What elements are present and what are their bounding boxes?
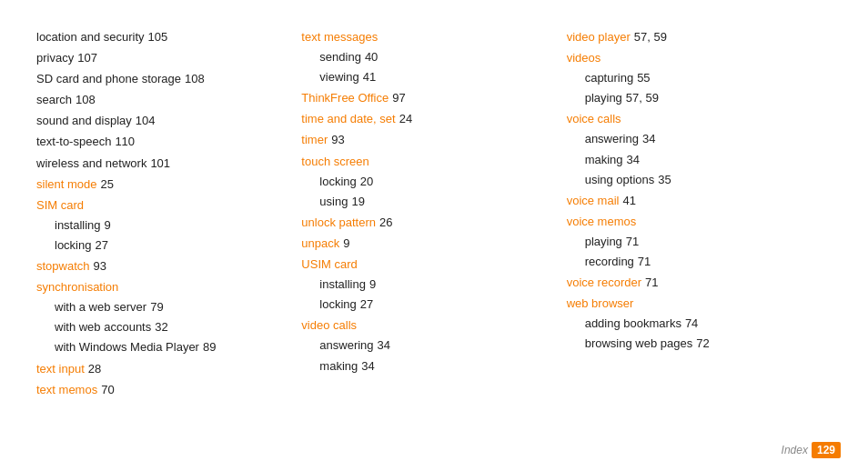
sub-page: 71 [638, 252, 651, 272]
entry-label: SIM card [36, 195, 84, 215]
sub-entry: with Windows Media Player89 [55, 337, 292, 357]
entry-label: touch screen [301, 152, 368, 172]
sub-page: 55 [637, 68, 650, 88]
sub-entry: with web accounts32 [55, 317, 292, 337]
sub-entry: making34 [585, 150, 823, 170]
page-content: location and security105privacy107SD car… [0, 0, 868, 471]
sub-entry: capturing55 [585, 68, 823, 88]
entry-page: 9 [343, 234, 349, 254]
sub-entry: sending40 [319, 47, 557, 67]
entry-label: timer [301, 130, 328, 150]
sub-entry: recording71 [585, 252, 823, 272]
entry-label: text memos [36, 380, 97, 400]
sub-page: 35 [658, 170, 671, 190]
entry-page: 93 [331, 130, 344, 150]
entry-label: voice recorder [567, 273, 641, 293]
sub-label: locking [319, 295, 356, 315]
entry-label: unlock pattern [301, 213, 376, 233]
column-2: text messagessending40viewing41ThinkFree… [301, 27, 566, 453]
index-entry: location and security105 [36, 27, 292, 47]
sub-label: capturing [585, 68, 633, 88]
entry-label: text messages [301, 27, 378, 47]
entry-label: location and security [36, 27, 145, 47]
sub-page: 32 [155, 317, 167, 337]
sub-entry: answering34 [319, 336, 557, 356]
index-entry: ThinkFree Office97 [301, 88, 557, 108]
column-1: location and security105privacy107SD car… [36, 27, 301, 453]
sub-page: 34 [642, 129, 655, 149]
page-footer: Index 129 [782, 442, 841, 458]
entry-label: time and date, set [301, 109, 395, 129]
footer-label: Index [782, 444, 808, 456]
index-entry: search108 [36, 90, 292, 110]
index-entry: video player57, 59 [567, 27, 823, 47]
entry-page: 24 [399, 109, 412, 129]
index-entry: unlock pattern26 [301, 213, 557, 233]
sub-label: with web accounts [55, 317, 151, 337]
entry-page: 101 [150, 154, 170, 174]
entry-page: 41 [622, 191, 635, 211]
index-entry: voice callsanswering34making34using opti… [567, 109, 823, 189]
entry-page: 26 [379, 213, 392, 233]
entry-label: voice mail [567, 191, 620, 211]
sub-label: using [319, 192, 348, 212]
sub-page: 9 [369, 275, 376, 295]
entry-label: text-to-speech [36, 132, 111, 152]
sub-page: 72 [696, 334, 709, 354]
entry-page: 93 [94, 256, 106, 276]
entry-label: text input [36, 359, 85, 379]
entry-label: silent mode [36, 175, 96, 195]
sub-page: 19 [351, 192, 364, 212]
sub-page: 20 [360, 172, 373, 192]
entry-page: 107 [77, 48, 97, 68]
sub-label: installing [55, 215, 101, 236]
entry-label: synchronisation [36, 277, 118, 297]
entry-label: voice calls [567, 109, 621, 129]
sub-entry: installing9 [55, 215, 292, 236]
index-entry: text memos70 [36, 380, 292, 400]
index-entry: voice mail41 [567, 191, 823, 211]
sub-entry: playing57, 59 [585, 88, 823, 108]
index-entry: wireless and network101 [36, 154, 292, 174]
index-entry: text-to-speech110 [36, 132, 292, 152]
index-entry: timer93 [301, 130, 557, 150]
sub-entry: with a web server79 [55, 297, 292, 317]
sub-entry: using19 [319, 192, 557, 212]
sub-entry: making34 [319, 356, 557, 376]
sub-page: 27 [95, 236, 107, 256]
sub-entry: answering34 [585, 129, 823, 149]
sub-entry: viewing41 [319, 67, 557, 87]
sub-label: playing [585, 232, 622, 252]
entry-label: privacy [36, 48, 74, 68]
index-entry: videoscapturing55playing57, 59 [567, 48, 823, 108]
sub-label: making [319, 356, 358, 376]
entry-page: 70 [101, 380, 114, 400]
sub-label: using options [585, 170, 655, 190]
sub-label: adding bookmarks [585, 314, 681, 334]
sub-page: 57, 59 [626, 88, 659, 108]
sub-label: browsing web pages [585, 334, 693, 354]
entry-label: unpack [301, 234, 339, 254]
entry-label: USIM card [301, 255, 357, 275]
entry-page: 97 [392, 88, 405, 108]
entry-label: video calls [301, 316, 357, 336]
entry-label: search [36, 90, 72, 110]
entry-label: videos [567, 48, 601, 68]
sub-label: answering [319, 336, 373, 356]
sub-entry: adding bookmarks74 [585, 314, 823, 334]
sub-label: answering [585, 129, 639, 149]
sub-page: 89 [203, 337, 216, 357]
sub-entry: locking27 [55, 236, 292, 256]
entry-label: ThinkFree Office [301, 88, 389, 108]
entry-page: 110 [115, 132, 135, 152]
sub-label: installing [319, 275, 366, 295]
sub-label: locking [319, 172, 356, 192]
entry-page: 57, 59 [634, 27, 667, 47]
sub-entry: playing71 [585, 232, 823, 252]
sub-page: 34 [378, 336, 390, 356]
sub-page: 74 [685, 314, 698, 334]
entry-label: wireless and network [36, 154, 146, 174]
index-entry: SIM cardinstalling9locking27 [36, 195, 292, 256]
index-entry: text messagessending40viewing41 [301, 27, 557, 87]
entry-page: 108 [76, 90, 96, 110]
